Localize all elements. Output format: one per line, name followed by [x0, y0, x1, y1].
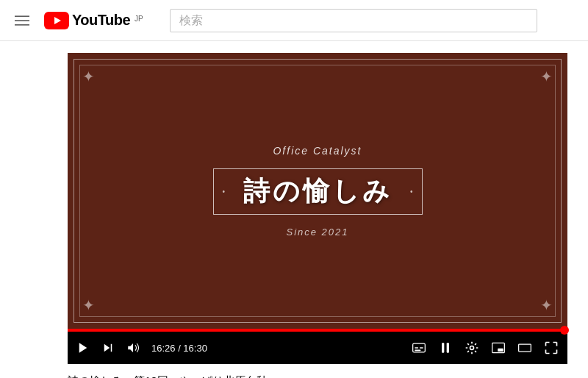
search-bar — [170, 9, 537, 32]
next-button[interactable] — [98, 338, 118, 357]
pause-icon — [438, 340, 453, 355]
miniplayer-icon — [491, 340, 506, 355]
video-player: ✦ ✦ ✦ ✦ Office Catalyst 詩の愉しみ Since 2021 — [68, 53, 567, 364]
site-header: YouTube JP — [0, 0, 588, 41]
subtitles-icon — [412, 340, 426, 355]
time-display: 16:26 / 16:30 — [151, 343, 207, 354]
volume-button[interactable] — [123, 338, 143, 357]
svg-rect-2 — [15, 24, 29, 26]
svg-rect-11 — [420, 347, 423, 349]
svg-rect-13 — [442, 343, 444, 352]
logo-area[interactable]: YouTube JP — [44, 12, 143, 29]
youtube-logo-icon — [44, 12, 69, 29]
settings-button[interactable] — [462, 338, 482, 358]
miniplayer-button[interactable] — [488, 338, 509, 358]
svg-rect-7 — [111, 344, 112, 352]
video-title-text: 詩の愉しみ 第12回 やっぱり北原白秋 — [68, 374, 268, 378]
controls-bar: 16:26 / 16:30 — [68, 332, 567, 364]
pause-overlay-button[interactable] — [435, 338, 456, 358]
play-button[interactable] — [74, 338, 93, 357]
svg-rect-10 — [415, 347, 418, 349]
progress-fill — [68, 329, 564, 332]
main-content: ✦ ✦ ✦ ✦ Office Catalyst 詩の愉しみ Since 2021 — [0, 41, 588, 378]
thumb-main-title: 詩の愉しみ — [243, 174, 392, 210]
subtitles-button[interactable] — [409, 338, 429, 358]
thumb-since: Since 2021 — [213, 227, 423, 238]
theater-button[interactable] — [514, 338, 535, 358]
corner-decoration-br: ✦ — [540, 296, 553, 314]
svg-rect-17 — [498, 349, 503, 352]
youtube-logo — [44, 12, 69, 29]
thumb-subtitle: Office Catalyst — [213, 145, 423, 157]
search-input[interactable] — [170, 9, 537, 32]
corner-decoration-tr: ✦ — [540, 68, 553, 85]
header-left: YouTube JP — [12, 10, 143, 31]
youtube-locale-label: JP — [135, 15, 143, 23]
svg-marker-6 — [104, 344, 110, 352]
svg-rect-14 — [447, 343, 449, 352]
svg-rect-12 — [415, 350, 420, 352]
svg-rect-0 — [15, 15, 29, 17]
theater-icon — [517, 340, 532, 355]
fullscreen-button[interactable] — [541, 338, 562, 358]
corner-decoration-bl: ✦ — [82, 296, 95, 314]
video-title: 詩の愉しみ 第12回 やっぱり北原白秋 — [68, 373, 588, 378]
thumb-title-area: Office Catalyst 詩の愉しみ Since 2021 — [213, 145, 423, 238]
thumbnail-inner: ✦ ✦ ✦ ✦ Office Catalyst 詩の愉しみ Since 2021 — [68, 53, 567, 329]
next-icon — [101, 341, 115, 354]
menu-button[interactable] — [12, 10, 32, 31]
svg-marker-5 — [79, 343, 87, 353]
progress-dot — [560, 326, 569, 335]
svg-rect-18 — [519, 344, 531, 352]
settings-icon — [465, 340, 479, 355]
video-thumbnail[interactable]: ✦ ✦ ✦ ✦ Office Catalyst 詩の愉しみ Since 2021 — [68, 53, 567, 329]
svg-point-15 — [470, 346, 474, 350]
play-icon — [76, 341, 90, 354]
fullscreen-icon — [544, 340, 559, 355]
svg-marker-8 — [128, 343, 133, 352]
svg-rect-1 — [15, 20, 29, 21]
youtube-logo-text: YouTube — [72, 12, 130, 29]
volume-icon — [126, 341, 140, 354]
corner-decoration-tl: ✦ — [82, 68, 95, 85]
progress-bar[interactable] — [68, 329, 567, 332]
thumb-badge: 詩の愉しみ — [213, 168, 423, 215]
